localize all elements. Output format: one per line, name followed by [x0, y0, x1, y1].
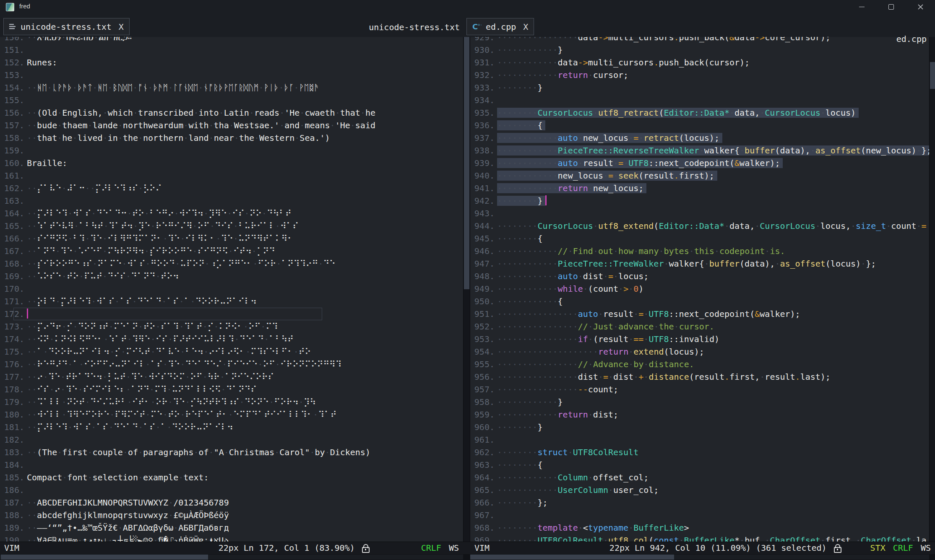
editor-line[interactable]: 940.············new_locus·=·seek(result.… — [470, 169, 929, 182]
right-horizontal-scrollbar[interactable] — [470, 555, 929, 560]
right-vertical-scrollbar[interactable] — [929, 37, 935, 542]
editor-line[interactable]: 163. — [0, 194, 463, 207]
tab-unicode-stress-txt[interactable]: unicode-stress.txt X — [3, 18, 130, 35]
editor-line[interactable]: 173.··⡍⠔⠙⠖·⡊·⠙⠕⠝⠰⠞·⠍⠑⠁⠝·⠞⠕·⠎⠁⠹·⠹⠁⠞·⡊·⠅⠝⠪… — [0, 320, 463, 333]
editor-line[interactable]: 958.············} — [470, 396, 929, 408]
editor-line[interactable]: 945.········{ — [470, 232, 929, 245]
editor-line[interactable]: 961. — [470, 433, 929, 446]
editor-line[interactable]: 944.········CursorLocus·utf8_extend(Edit… — [470, 220, 929, 232]
editor-line[interactable]: 966.········}; — [470, 496, 929, 509]
editor-line[interactable]: 182. — [0, 433, 463, 446]
editor-line[interactable]: 184. — [0, 459, 463, 471]
editor-line[interactable]: 165.··⠱⠁⠞⠑⠧⠻·⠁⠃⠳⠞·⠹⠁⠞⠲·⡹⠑·⠗⠑⠛⠊⠌⠻·⠕⠋·⠙⠊⠎·… — [0, 220, 463, 232]
scrollbar-thumb[interactable] — [470, 555, 674, 560]
editor-line[interactable]: 934. — [470, 94, 929, 106]
editor-pane-left[interactable]: 150.··እግርህን·በፍራሽህ·ልክ·ዘርጋ።151.152.Runes:1… — [0, 37, 463, 542]
editor-line[interactable]: 933.········} — [470, 81, 929, 94]
minimize-button[interactable] — [847, 0, 876, 13]
editor-line[interactable]: 951.················auto·result·=·UTF8::… — [470, 308, 929, 320]
editor-line[interactable]: 167.··⠁⠝⠙·⠹⠑·⠡⠊⠑⠋·⠍⠳⠗⠝⠻⠲·⡎⠊⠗⠕⠕⠛⠑·⠎⠊⠛⠝⠫·⠊… — [0, 245, 463, 257]
editor-line[interactable]: 948.············auto·dist·=·locus; — [470, 270, 929, 283]
editor-line[interactable]: 935.········CursorLocus·utf8_retract(Edi… — [470, 106, 929, 119]
editor-line[interactable]: 176.··⠗⠑⠛⠜⠙·⠁·⠊⠕⠋⠋⠔⠤⠝⠁⠊⠇·⠁⠎·⠹⠑·⠙⠑⠁⠙⠑⠌·⠏⠊… — [0, 358, 463, 371]
editor-line[interactable]: 155. — [0, 94, 463, 106]
editor-line[interactable]: 952.················//·Just·advance·the·… — [470, 320, 929, 333]
editor-line[interactable]: 170. — [0, 283, 463, 295]
editor-line[interactable]: 962.········struct·UTF8ColResult — [470, 446, 929, 459]
editor-line[interactable]: 169.··⠡⠕⠎⠑·⠞⠕·⠏⠥⠞·⠙⠊⠎·⠙⠁⠝⠙·⠞⠕⠲ — [0, 270, 463, 283]
editor-line[interactable]: 947.············PieceTree::TreeWalker·wa… — [470, 257, 929, 270]
editor-line[interactable]: 185.Compact·font·selection·example·text: — [0, 471, 463, 484]
editor-line[interactable]: 174.··⠪⠝·⠅⠝⠪⠇⠫⠛⠑⠂·⠱⠁⠞·⠹⠻⠑·⠊⠎·⠏⠜⠞⠊⠊⠥⠇⠜⠇⠹·… — [0, 333, 463, 345]
editor-line[interactable]: 942.········} — [470, 194, 929, 207]
editor-line[interactable]: 181.··⡍⠜⠇⠑⠹·⠺⠁⠎·⠁⠎·⠙⠑⠁⠙·⠁⠎·⠁·⠙⠕⠕⠗⠤⠝⠁⠊⠇⠲ — [0, 421, 463, 433]
editor-line[interactable]: 967. — [470, 509, 929, 521]
editor-line[interactable]: 166.··⠎⠊⠛⠝⠫·⠃⠹·⠹⠑·⠊⠇⠻⠛⠹⠍⠁⠝⠂·⠹⠑·⠊⠇⠻⠅⠂·⠹⠑·… — [0, 232, 463, 245]
editor-line[interactable]: 179.··⠩⠁⠇⠇·⠝⠕⠞·⠙⠊⠌⠥⠗⠃·⠊⠞⠂·⠕⠗·⠹⠑·⡊⠳⠝⠞⠗⠹⠰⠎… — [0, 396, 463, 408]
editor-line[interactable]: 162.··⡌⠁⠧⠑·⠼⠁⠒··⡍⠜⠇⠑⠹⠰⠎·⡣⠕⠌ — [0, 182, 463, 194]
editor-line[interactable]: 183.··(The·first·couple·of·paragraphs·of… — [0, 446, 463, 459]
editor-line[interactable]: 941.············return·new_locus; — [470, 182, 929, 194]
editor-line[interactable]: 157.··bude·thaem·lande·northweardum·with… — [0, 119, 463, 132]
editor-line[interactable]: 960.········} — [470, 421, 929, 433]
editor-line[interactable]: 954.····················return·extend(lo… — [470, 345, 929, 358]
editor-line[interactable]: 964.············Column·offset_col; — [470, 471, 929, 484]
editor-line[interactable]: 956.················dist·=·dist·+·distan… — [470, 371, 929, 383]
editor-line[interactable]: 963.········{ — [470, 459, 929, 471]
editor-line[interactable]: 955.················//·Advance·by·distan… — [470, 358, 929, 371]
editor-line[interactable]: 959.············return·dist; — [470, 408, 929, 421]
editor-line[interactable]: 152.Runes: — [0, 56, 463, 69]
editor-line[interactable]: 164.··⡍⠜⠇⠑⠹·⠺⠁⠎·⠙⠑⠁⠙⠒·⠞⠕·⠃⠑⠛⠔·⠺⠊⠹⠲·⡹⠻⠑·⠊… — [0, 207, 463, 220]
left-horizontal-scrollbar[interactable] — [0, 555, 463, 560]
editor-line[interactable]: 938.············PieceTree::ReverseTreeWa… — [470, 144, 929, 157]
editor-line[interactable]: 150.··እግርህን·በፍራሽህ·ልክ·ዘርጋ። — [0, 37, 463, 44]
close-button[interactable] — [906, 0, 935, 13]
editor-line[interactable]: 172. — [0, 308, 463, 320]
editor-line[interactable]: 159. — [0, 144, 463, 157]
editor-line[interactable]: 175.··⠁·⠙⠕⠕⠗⠤⠝⠁⠊⠇⠲·⡊·⠍⠊⠣⠞·⠙⠁⠧⠑·⠃⠑⠲·⠔⠊⠇⠔⠫… — [0, 345, 463, 358]
scrollbar-thumb[interactable] — [1, 555, 208, 560]
tab-ed-cpp[interactable]: C++ ed.cpp X — [466, 18, 534, 35]
tab-close-icon[interactable]: X — [523, 22, 528, 32]
editor-line[interactable]: 186. — [0, 484, 463, 496]
editor-line[interactable]: 160.Braille: — [0, 157, 463, 169]
editor-line[interactable]: 950.············{ — [470, 295, 929, 308]
editor-line[interactable]: 969.········UTF8ColResult·utf8_col(const… — [470, 534, 929, 542]
editor-line[interactable]: 932.············return·cursor; — [470, 69, 929, 81]
editor-line[interactable]: 930.············} — [470, 44, 929, 56]
editor-line[interactable]: 949.············while·(count·>·0) — [470, 283, 929, 295]
editor-line[interactable]: 187.··ABCDEFGHIJKLMNOPQRSTUVWXYZ·/012345… — [0, 496, 463, 509]
editor-line[interactable]: 168.··⡎⠊⠗⠕⠕⠛⠑⠰⠎·⠝⠁⠍⠑·⠺⠁⠎·⠛⠕⠕⠙·⠥⠏⠕⠝·⠰⡡⠁⠝⠛… — [0, 257, 463, 270]
editor-line[interactable]: 171.··⡕⠇⠙·⡍⠜⠇⠑⠹·⠺⠁⠎·⠁⠎·⠙⠑⠁⠙·⠁⠎·⠁·⠙⠕⠕⠗⠤⠝⠁… — [0, 295, 463, 308]
editor-line[interactable]: 965.············UserColumn·user_col; — [470, 484, 929, 496]
editor-line[interactable]: 943. — [470, 207, 929, 220]
editor-line[interactable]: 936.········{ — [470, 119, 929, 132]
editor-line[interactable]: 929.················data->multi_cursors.… — [470, 37, 929, 44]
editor-line[interactable]: 178.··⠊⠎·⠔·⠹⠑·⠎⠊⠍⠊⠇⠑⠆·⠁⠝⠙·⠍⠹·⠥⠝⠙⠁⠇⠇⠪⠫·⠙⠁… — [0, 383, 463, 396]
editor-line[interactable]: 939.············auto·result·=·UTF8::next… — [470, 157, 929, 169]
editor-line[interactable]: 180.··⠺⠊⠇⠇·⠹⠻⠑⠋⠕⠗⠑·⠏⠻⠍⠊⠞·⠍⠑·⠞⠕·⠗⠑⠏⠑⠁⠞⠂·⠑… — [0, 408, 463, 421]
editor-line[interactable]: 158.··that·he·lived·in·the·northern·land… — [0, 132, 463, 144]
editor-line[interactable]: 156.··(Old·English,·which·transcribed·in… — [0, 106, 463, 119]
left-vertical-scrollbar[interactable] — [463, 37, 470, 542]
editor-line[interactable]: 189.··–—‘“”„†•…‰™œŠŸž€·ΑΒΓΔΩαβγδω·АБВГДа… — [0, 521, 463, 534]
editor-line[interactable]: 154.··ᚻᛖ·ᚳᚹᚫᚦ·ᚦᚫᛏ·ᚻᛖ·ᛒᚢᛞᛖ·ᚩᚾ·ᚦᚫᛗ·ᛚᚪᚾᛞᛖ·ᚾ… — [0, 81, 463, 94]
editor-pane-right[interactable]: 929.················data->multi_cursors.… — [470, 37, 929, 542]
editor-line[interactable]: 177.··⠔·⠹⠑·⠞⠗⠁⠙⠑⠲·⡃⠥⠞·⠹⠑·⠺⠊⠎⠙⠕⠍·⠕⠋·⠳⠗·⠁⠝… — [0, 371, 463, 383]
tab-close-icon[interactable]: X — [119, 22, 124, 32]
maximize-button[interactable] — [876, 0, 906, 13]
editor-line[interactable]: 968.········template·<typename·BufferLik… — [470, 521, 929, 534]
editor-line[interactable]: 151. — [0, 44, 463, 56]
editor-line[interactable]: 153. — [0, 69, 463, 81]
editor-line[interactable]: 188.··abcdefghijklmnopqrstuvwxyz·£©µÀÆÖÞ… — [0, 509, 463, 521]
editor-line[interactable]: 953.················if·(result·==·UTF8::… — [470, 333, 929, 345]
line-number: 946. — [474, 245, 495, 257]
editor-line[interactable]: 937.············auto·new_locus·=·retract… — [470, 132, 929, 144]
scrollbar-thumb[interactable] — [930, 62, 935, 89]
editor-line[interactable]: 946.············//·Find·out·how·many·byt… — [470, 245, 929, 257]
scrollbar-thumb[interactable] — [464, 37, 469, 289]
editor-line[interactable]: 190.··∀∂∈ℝ∧∪≡∞·↑↗↨↻⇣·┐┼╔╘░►☺♀·ﬁ�⑀₂ἠḂӥẄɐː… — [0, 534, 463, 542]
editor-line[interactable]: 931.············data->multi_cursors.push… — [470, 56, 929, 69]
editor-line[interactable]: 957.················--count; — [470, 383, 929, 396]
editor-line[interactable]: 161. — [0, 169, 463, 182]
